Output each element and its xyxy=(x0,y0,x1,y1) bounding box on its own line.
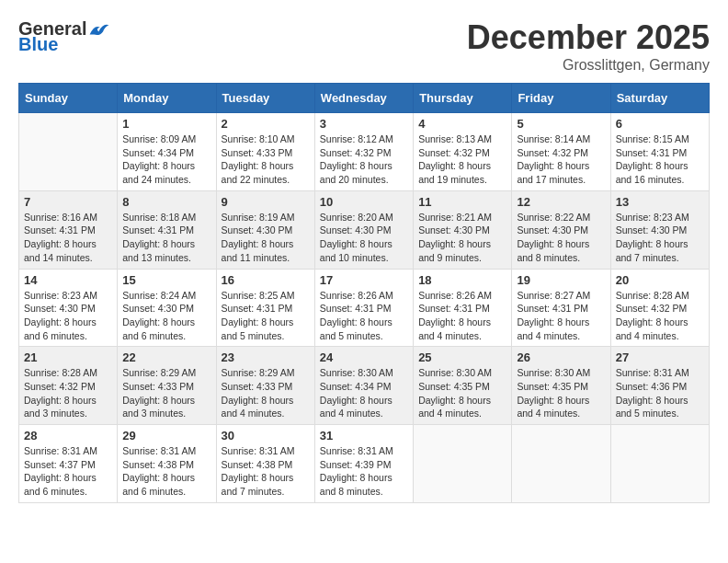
calendar-cell: 3Sunrise: 8:12 AMSunset: 4:32 PMDaylight… xyxy=(314,113,413,191)
title-block: December 2025 Grosslittgen, Germany xyxy=(467,18,710,74)
calendar-header-row: SundayMondayTuesdayWednesdayThursdayFrid… xyxy=(19,84,710,113)
day-number: 9 xyxy=(222,195,310,209)
calendar-cell: 21Sunrise: 8:28 AMSunset: 4:32 PMDayligh… xyxy=(19,347,118,425)
day-number: 2 xyxy=(222,117,310,131)
calendar-week-row: 21Sunrise: 8:28 AMSunset: 4:32 PMDayligh… xyxy=(19,347,710,425)
calendar-week-row: 28Sunrise: 8:31 AMSunset: 4:37 PMDayligh… xyxy=(19,425,710,503)
calendar-cell: 2Sunrise: 8:10 AMSunset: 4:33 PMDaylight… xyxy=(216,113,314,191)
day-number: 29 xyxy=(122,429,210,442)
day-info: Sunrise: 8:14 AMSunset: 4:32 PMDaylight:… xyxy=(517,132,605,187)
day-number: 27 xyxy=(616,350,704,364)
logo-blue-text: Blue xyxy=(18,34,58,55)
day-number: 13 xyxy=(616,195,704,209)
calendar-cell: 14Sunrise: 8:23 AMSunset: 4:30 PMDayligh… xyxy=(19,269,118,347)
calendar-cell xyxy=(512,425,610,503)
calendar-cell: 10Sunrise: 8:20 AMSunset: 4:30 PMDayligh… xyxy=(314,190,413,269)
calendar-cell: 1Sunrise: 8:09 AMSunset: 4:34 PMDaylight… xyxy=(118,113,216,191)
day-number: 20 xyxy=(616,273,704,287)
day-number: 18 xyxy=(418,273,506,287)
weekday-header: Thursday xyxy=(414,84,512,113)
page-header: General Blue December 2025 Grosslittgen,… xyxy=(18,18,710,74)
day-number: 31 xyxy=(320,429,408,442)
day-info: Sunrise: 8:20 AMSunset: 4:30 PMDaylight:… xyxy=(320,211,408,265)
month-title: December 2025 xyxy=(467,18,710,57)
weekday-header: Tuesday xyxy=(216,84,314,113)
day-number: 3 xyxy=(320,117,408,131)
calendar-cell xyxy=(414,425,512,503)
day-number: 26 xyxy=(517,350,605,364)
day-info: Sunrise: 8:26 AMSunset: 4:31 PMDaylight:… xyxy=(418,289,506,343)
day-info: Sunrise: 8:15 AMSunset: 4:31 PMDaylight:… xyxy=(616,132,704,187)
day-info: Sunrise: 8:30 AMSunset: 4:35 PMDaylight:… xyxy=(418,366,506,420)
calendar-cell: 15Sunrise: 8:24 AMSunset: 4:30 PMDayligh… xyxy=(118,269,216,347)
day-info: Sunrise: 8:28 AMSunset: 4:32 PMDaylight:… xyxy=(616,289,704,343)
day-number: 19 xyxy=(517,273,605,287)
location-text: Grosslittgen, Germany xyxy=(467,57,710,74)
logo: General Blue xyxy=(18,18,110,55)
day-number: 28 xyxy=(24,429,112,442)
calendar-cell: 20Sunrise: 8:28 AMSunset: 4:32 PMDayligh… xyxy=(610,269,709,347)
day-number: 22 xyxy=(122,350,210,364)
calendar-cell: 24Sunrise: 8:30 AMSunset: 4:34 PMDayligh… xyxy=(314,347,413,425)
calendar-cell: 16Sunrise: 8:25 AMSunset: 4:31 PMDayligh… xyxy=(216,269,314,347)
day-info: Sunrise: 8:24 AMSunset: 4:30 PMDaylight:… xyxy=(122,289,210,343)
day-number: 12 xyxy=(517,195,605,209)
calendar-week-row: 14Sunrise: 8:23 AMSunset: 4:30 PMDayligh… xyxy=(19,269,710,347)
day-info: Sunrise: 8:10 AMSunset: 4:33 PMDaylight:… xyxy=(222,132,310,187)
day-info: Sunrise: 8:23 AMSunset: 4:30 PMDaylight:… xyxy=(24,289,112,343)
calendar-cell: 5Sunrise: 8:14 AMSunset: 4:32 PMDaylight… xyxy=(512,113,610,191)
calendar-cell xyxy=(610,425,709,503)
logo-bird-icon xyxy=(88,20,110,39)
calendar-cell xyxy=(19,113,118,191)
day-info: Sunrise: 8:18 AMSunset: 4:31 PMDaylight:… xyxy=(122,211,210,265)
calendar-cell: 31Sunrise: 8:31 AMSunset: 4:39 PMDayligh… xyxy=(314,425,413,503)
day-number: 10 xyxy=(320,195,408,209)
day-info: Sunrise: 8:27 AMSunset: 4:31 PMDaylight:… xyxy=(517,289,605,343)
day-info: Sunrise: 8:31 AMSunset: 4:39 PMDaylight:… xyxy=(320,444,408,499)
calendar-cell: 11Sunrise: 8:21 AMSunset: 4:30 PMDayligh… xyxy=(414,190,512,269)
calendar-table: SundayMondayTuesdayWednesdayThursdayFrid… xyxy=(18,83,710,503)
calendar-cell: 19Sunrise: 8:27 AMSunset: 4:31 PMDayligh… xyxy=(512,269,610,347)
day-number: 30 xyxy=(222,429,310,442)
weekday-header: Sunday xyxy=(19,84,118,113)
day-info: Sunrise: 8:28 AMSunset: 4:32 PMDaylight:… xyxy=(24,366,112,420)
calendar-cell: 13Sunrise: 8:23 AMSunset: 4:30 PMDayligh… xyxy=(610,190,709,269)
calendar-cell: 28Sunrise: 8:31 AMSunset: 4:37 PMDayligh… xyxy=(19,425,118,503)
calendar-week-row: 1Sunrise: 8:09 AMSunset: 4:34 PMDaylight… xyxy=(19,113,710,191)
calendar-cell: 4Sunrise: 8:13 AMSunset: 4:32 PMDaylight… xyxy=(414,113,512,191)
day-info: Sunrise: 8:31 AMSunset: 4:38 PMDaylight:… xyxy=(222,444,310,499)
day-number: 1 xyxy=(122,117,210,131)
day-number: 16 xyxy=(222,273,310,287)
calendar-cell: 8Sunrise: 8:18 AMSunset: 4:31 PMDaylight… xyxy=(118,190,216,269)
calendar-cell: 30Sunrise: 8:31 AMSunset: 4:38 PMDayligh… xyxy=(216,425,314,503)
day-number: 7 xyxy=(24,195,112,209)
day-number: 8 xyxy=(122,195,210,209)
day-number: 5 xyxy=(517,117,605,131)
day-info: Sunrise: 8:26 AMSunset: 4:31 PMDaylight:… xyxy=(320,289,408,343)
day-number: 11 xyxy=(418,195,506,209)
calendar-cell: 17Sunrise: 8:26 AMSunset: 4:31 PMDayligh… xyxy=(314,269,413,347)
day-info: Sunrise: 8:16 AMSunset: 4:31 PMDaylight:… xyxy=(24,211,112,265)
weekday-header: Friday xyxy=(512,84,610,113)
calendar-cell: 22Sunrise: 8:29 AMSunset: 4:33 PMDayligh… xyxy=(118,347,216,425)
day-info: Sunrise: 8:31 AMSunset: 4:38 PMDaylight:… xyxy=(122,444,210,499)
day-number: 6 xyxy=(616,117,704,131)
day-number: 23 xyxy=(222,350,310,364)
day-info: Sunrise: 8:22 AMSunset: 4:30 PMDaylight:… xyxy=(517,211,605,265)
weekday-header: Wednesday xyxy=(314,84,413,113)
day-info: Sunrise: 8:19 AMSunset: 4:30 PMDaylight:… xyxy=(222,211,310,265)
day-info: Sunrise: 8:30 AMSunset: 4:35 PMDaylight:… xyxy=(517,366,605,420)
calendar-week-row: 7Sunrise: 8:16 AMSunset: 4:31 PMDaylight… xyxy=(19,190,710,269)
weekday-header: Monday xyxy=(118,84,216,113)
day-info: Sunrise: 8:23 AMSunset: 4:30 PMDaylight:… xyxy=(616,211,704,265)
day-info: Sunrise: 8:31 AMSunset: 4:37 PMDaylight:… xyxy=(24,444,112,499)
weekday-header: Saturday xyxy=(610,84,709,113)
calendar-cell: 29Sunrise: 8:31 AMSunset: 4:38 PMDayligh… xyxy=(118,425,216,503)
day-number: 24 xyxy=(320,350,408,364)
calendar-cell: 23Sunrise: 8:29 AMSunset: 4:33 PMDayligh… xyxy=(216,347,314,425)
calendar-cell: 27Sunrise: 8:31 AMSunset: 4:36 PMDayligh… xyxy=(610,347,709,425)
calendar-cell: 6Sunrise: 8:15 AMSunset: 4:31 PMDaylight… xyxy=(610,113,709,191)
calendar-cell: 9Sunrise: 8:19 AMSunset: 4:30 PMDaylight… xyxy=(216,190,314,269)
day-info: Sunrise: 8:29 AMSunset: 4:33 PMDaylight:… xyxy=(222,366,310,420)
day-number: 4 xyxy=(418,117,506,131)
